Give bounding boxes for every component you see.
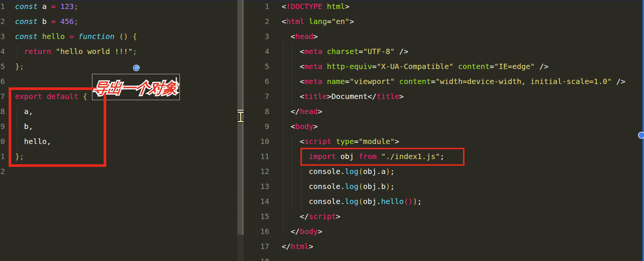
code-token: ; bbox=[390, 167, 395, 176]
code-token: </ bbox=[282, 212, 309, 221]
right-editor-code[interactable]: <!DOCTYPE html><html lang="en"> <head> <… bbox=[282, 0, 625, 261]
code-token: > bbox=[313, 32, 318, 41]
code-line bbox=[282, 254, 625, 261]
code-token: >Document</ bbox=[327, 92, 376, 101]
line-number: 6 bbox=[225, 74, 269, 89]
code-token: log bbox=[345, 182, 359, 191]
code-token: = bbox=[65, 32, 74, 41]
line-number: 11 bbox=[225, 149, 269, 164]
line-number: 9 bbox=[0, 119, 5, 134]
code-token: "en" bbox=[331, 17, 349, 26]
line-number: 17 bbox=[225, 239, 269, 254]
code-token: = bbox=[327, 17, 331, 26]
code-token: ; bbox=[74, 2, 78, 11]
line-number: 4 bbox=[225, 44, 269, 59]
code-token: console. bbox=[282, 167, 345, 176]
code-token: > bbox=[318, 107, 322, 116]
code-token: = bbox=[490, 62, 494, 71]
code-token: meta bbox=[304, 77, 322, 86]
indent-guide bbox=[292, 135, 292, 210]
code-token: type bbox=[331, 137, 354, 146]
code-token: html bbox=[322, 2, 345, 11]
code-token: "hello world !!!" bbox=[51, 47, 133, 56]
code-token: < bbox=[282, 2, 286, 11]
line-number: 2 bbox=[225, 14, 269, 29]
code-token: body bbox=[295, 122, 313, 131]
code-token: ; bbox=[133, 47, 137, 56]
code-token: = bbox=[359, 47, 363, 56]
code-token: ) bbox=[413, 197, 417, 206]
edge-slider-line bbox=[642, 0, 644, 261]
code-token: /> bbox=[612, 77, 625, 86]
code-token: script bbox=[309, 212, 336, 221]
code-token: = bbox=[51, 17, 56, 26]
annotation-rectangle-export-block bbox=[9, 87, 106, 167]
code-token: console. bbox=[282, 182, 345, 191]
code-token: const bbox=[15, 2, 38, 11]
code-token: < bbox=[282, 32, 295, 41]
line-number: 8 bbox=[0, 104, 5, 119]
code-token: < bbox=[282, 77, 304, 86]
line-number: 13 bbox=[225, 179, 269, 194]
code-token: hello bbox=[381, 197, 404, 206]
code-line: </head> bbox=[282, 104, 625, 119]
code-token: "X-UA-Compatible" bbox=[377, 62, 454, 71]
code-token: ( bbox=[359, 182, 363, 191]
code-token: ) bbox=[386, 182, 390, 191]
line-number: 5 bbox=[225, 59, 269, 74]
code-line: console.log(obj.b); bbox=[282, 179, 625, 194]
code-line: </script> bbox=[282, 209, 625, 224]
code-line: const b = 456; bbox=[15, 14, 137, 29]
code-token: > bbox=[345, 2, 350, 11]
code-token: </ bbox=[282, 242, 291, 251]
code-line: <script type="module"> bbox=[282, 134, 625, 149]
indent-guide bbox=[283, 38, 283, 232]
code-token: /> bbox=[535, 62, 548, 71]
code-token: = bbox=[345, 77, 350, 86]
code-token: } bbox=[15, 62, 20, 71]
annotation-note-text: 导出一个对象 bbox=[92, 79, 178, 98]
code-line: const hello = function () { bbox=[15, 29, 137, 44]
line-number: 5 bbox=[0, 59, 5, 74]
code-token: const bbox=[15, 17, 38, 26]
code-token: ( bbox=[359, 197, 363, 206]
code-token: head bbox=[300, 107, 318, 116]
edge-slider-handle[interactable] bbox=[638, 132, 644, 139]
line-number: 2 bbox=[0, 14, 5, 29]
ibeam-mouse-cursor bbox=[236, 111, 246, 123]
line-number: 8 bbox=[225, 104, 269, 119]
code-token: </ bbox=[282, 107, 300, 116]
code-token: content bbox=[395, 77, 431, 86]
code-token: = bbox=[372, 62, 377, 71]
line-number: 9 bbox=[225, 119, 269, 134]
code-token: "IE=edge" bbox=[494, 62, 535, 71]
code-token: meta bbox=[304, 62, 322, 71]
code-token: obj. bbox=[363, 197, 381, 206]
code-token: "viewport" bbox=[350, 77, 395, 86]
code-token: return bbox=[15, 47, 51, 56]
code-line: }; bbox=[15, 59, 137, 74]
line-number: 3 bbox=[0, 29, 5, 44]
code-token: > bbox=[399, 92, 404, 101]
code-token: hello bbox=[38, 32, 65, 41]
code-token: < bbox=[282, 122, 295, 131]
code-line: <meta name="viewport" content="width=dev… bbox=[282, 74, 625, 89]
code-token: > bbox=[318, 227, 322, 236]
code-token: const bbox=[15, 32, 38, 41]
line-number: 7 bbox=[0, 89, 5, 104]
code-token: charset bbox=[322, 47, 358, 56]
code-line: <html lang="en"> bbox=[282, 14, 625, 29]
code-token: = bbox=[51, 2, 56, 11]
code-token: "module" bbox=[359, 137, 395, 146]
code-token: name bbox=[322, 77, 345, 86]
code-line: console.log(obj.hello()); bbox=[282, 194, 625, 209]
code-token: ; bbox=[390, 182, 395, 191]
code-token: console. bbox=[282, 197, 345, 206]
code-token: < bbox=[282, 47, 304, 56]
line-number: 15 bbox=[225, 209, 269, 224]
code-token: title bbox=[377, 92, 399, 101]
code-token: < bbox=[282, 17, 286, 26]
code-token: () bbox=[404, 197, 413, 206]
indent-guide bbox=[292, 45, 292, 105]
code-token: = bbox=[354, 137, 359, 146]
